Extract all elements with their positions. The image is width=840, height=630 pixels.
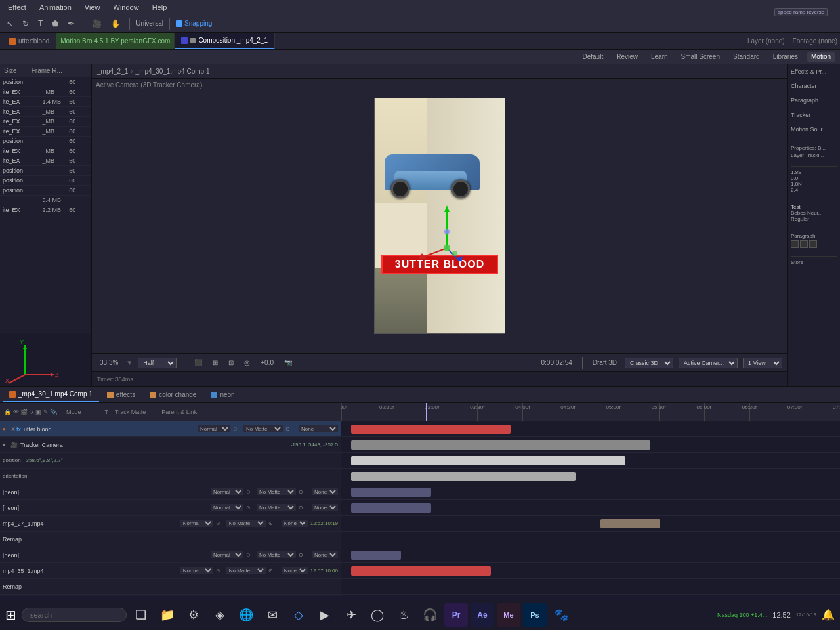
layer-row-gen-6[interactable]: Remap [0, 579, 341, 595]
gen-matte-2[interactable]: No Matte [226, 520, 266, 527]
view-mode-select[interactable]: Classic 3D Cinema 4D [625, 358, 673, 368]
layer-row-gen-0[interactable]: [neon] Normal ⊙ No Matte ⊙ None [0, 484, 341, 500]
tl-tab-neon[interactable]: neon [204, 387, 241, 402]
taskbar-chrome[interactable]: 🌐 [234, 603, 258, 627]
menu-effect[interactable]: Effect [5, 3, 29, 11]
workspace-motion[interactable]: Motion [807, 52, 835, 62]
guides-btn[interactable]: ⊡ [226, 358, 236, 368]
taskbar-steam[interactable]: ♨ [392, 603, 415, 627]
render-mode-btn[interactable]: Draft 3D [590, 358, 620, 368]
gen-matte-4[interactable]: No Matte [257, 551, 296, 558]
tab-composition[interactable]: Composition _mp4_2_1 [175, 33, 275, 49]
tool-pen[interactable]: ✒ [65, 18, 77, 30]
menu-view[interactable]: View [82, 3, 103, 11]
taskbar-media-encoder[interactable]: Me [497, 603, 520, 627]
layer-row-gen-1[interactable]: [neon] Normal ⊙ No Matte ⊙ None [0, 500, 341, 516]
workspace-libraries[interactable]: Libraries [769, 52, 802, 62]
menu-window[interactable]: Window [111, 3, 142, 11]
taskbar-media[interactable]: ▶ [313, 603, 337, 627]
tool-text[interactable]: T [35, 18, 45, 30]
snapping-toggle[interactable]: Snapping [176, 20, 212, 27]
solo-icon-1[interactable]: ☀ [10, 426, 16, 432]
gen-parent-1[interactable]: None [312, 504, 338, 511]
tool-pan[interactable]: ✋ [108, 18, 123, 30]
start-menu-btn[interactable]: ⊞ [5, 607, 16, 623]
gen-mode-5[interactable]: Normal [180, 567, 213, 574]
views-select[interactable]: 1 View 2 Views [743, 358, 782, 368]
motion-blur-btn[interactable]: ◎ [242, 358, 253, 368]
region-btn[interactable]: ⬛ [192, 358, 205, 368]
tl-tab-color-change[interactable]: color change [143, 387, 203, 402]
align-left-btn[interactable] [791, 240, 799, 248]
quality-select[interactable]: Half Full Quarter [138, 358, 177, 368]
taskbar-edge[interactable]: ◈ [208, 603, 232, 627]
gen-mode-4[interactable]: Normal [211, 551, 243, 558]
taskbar-extra[interactable]: 🐾 [549, 603, 573, 627]
taskbar-photoshop[interactable]: Ps [523, 603, 547, 627]
tool-camera[interactable]: 🎥 [89, 18, 104, 30]
layer-parent-1[interactable]: None [299, 425, 338, 432]
layer-matte-1[interactable]: No Matte [243, 425, 283, 432]
tool-select[interactable]: ↖ [4, 18, 16, 30]
gen-mode-1[interactable]: Normal [211, 504, 243, 511]
camera-icon[interactable]: 📷 [282, 358, 295, 368]
taskbar-edge-2[interactable]: ◇ [287, 603, 310, 627]
gen-parent-5[interactable]: None [282, 567, 308, 574]
gen-parent-0[interactable]: None [312, 488, 338, 495]
taskbar-settings[interactable]: ⚙ [182, 603, 205, 627]
draft3d-btn[interactable]: +0.0 [258, 358, 276, 368]
layer-row-gen-3[interactable]: Remap [0, 532, 341, 547]
breadcrumb-mp4-2-1[interactable]: _mp4_2_1 [97, 68, 128, 75]
tool-shape[interactable]: ⬟ [49, 18, 61, 30]
timeline-playhead[interactable] [426, 403, 427, 421]
taskbar-discord[interactable]: 🎧 [418, 603, 442, 627]
taskbar-premiere[interactable]: Pr [444, 603, 468, 627]
menu-help[interactable]: Help [150, 3, 170, 11]
layer-row-gen-5[interactable]: mp4_35_1.mp4 Normal ⊙ No Matte ⊙ None 12… [0, 563, 341, 579]
menu-animation[interactable]: Animation [37, 3, 74, 11]
layer-row-orientation[interactable]: orientation [0, 469, 341, 484]
layer-mode-1[interactable]: Normal [198, 425, 230, 432]
workspace-default[interactable]: Default [579, 52, 608, 62]
taskbar-file-explorer[interactable]: 📁 [156, 603, 179, 627]
gen-parent-4[interactable]: None [312, 551, 338, 558]
workspace-standard[interactable]: Standard [729, 52, 764, 62]
taskbar-aftereffects[interactable]: Ae [471, 603, 494, 627]
tab-butter-blood[interactable]: utter:blood [3, 33, 56, 49]
breadcrumb-comp1[interactable]: _mp4_30_1.mp4 Comp 1 [136, 68, 210, 75]
effects-label: Effects & Pr... [791, 67, 837, 76]
workspace-learn[interactable]: Learn [647, 52, 672, 62]
fx-icon-1[interactable]: fx [16, 426, 21, 432]
gen-matte-5[interactable]: No Matte [226, 567, 266, 574]
taskbar-telegram[interactable]: ✈ [339, 603, 363, 627]
tl-tab-effects[interactable]: effects [100, 387, 142, 402]
taskbar-vpn[interactable]: ◯ [366, 603, 389, 627]
layer-row-gen-4[interactable]: [neon] Normal ⊙ No Matte ⊙ None [0, 547, 341, 563]
layer-row-tracker-camera[interactable]: ● 🎥 Tracker Camera -195.1, 5443, -357.5 [0, 437, 341, 453]
tab-motion-bro[interactable]: Motion Bro 4.5.1 BY persianGFX.com [56, 33, 175, 49]
layer-row-position[interactable]: position 358.6°,9.8°,2.7° [0, 453, 341, 469]
taskbar-task-view[interactable]: ❑ [129, 603, 153, 627]
lp-size-5: _MB [43, 128, 66, 135]
zoom-select[interactable]: 33.3% [97, 358, 121, 368]
tl-tab-comp1[interactable]: _mp4_30_1.mp4 Comp 1 [3, 387, 99, 402]
tool-rotate[interactable]: ↻ [20, 18, 32, 30]
gen-matte-0[interactable]: No Matte [257, 488, 296, 495]
align-right-btn[interactable] [809, 240, 817, 248]
camera-select[interactable]: Active Camer... [679, 358, 738, 368]
gen-matte-1[interactable]: No Matte [257, 504, 296, 511]
grid-btn[interactable]: ⊞ [210, 358, 220, 368]
separator-3 [169, 18, 170, 30]
taskbar-search[interactable] [22, 608, 127, 622]
gen-mode-2[interactable]: Normal [180, 520, 213, 527]
workspace-small-screen[interactable]: Small Screen [677, 52, 724, 62]
gen-parent-2[interactable]: None [282, 520, 308, 527]
layer-row-gen-7[interactable]: mp4_24_1.mp4 Normal ⊙ No Matte ⊙ None 12… [0, 595, 341, 596]
layer-row-gen-2[interactable]: mp4_27_1.mp4 Normal ⊙ No Matte ⊙ None 12… [0, 516, 341, 532]
notification-center[interactable]: 🔔 [822, 608, 835, 621]
layer-row-utter-blood[interactable]: ● ☀ fx utter blood Normal ⊙ No Matte ⊙ [0, 421, 341, 437]
gen-mode-0[interactable]: Normal [211, 488, 243, 495]
taskbar-mail[interactable]: ✉ [261, 603, 284, 627]
align-center-btn[interactable] [800, 240, 808, 248]
workspace-review[interactable]: Review [612, 52, 642, 62]
